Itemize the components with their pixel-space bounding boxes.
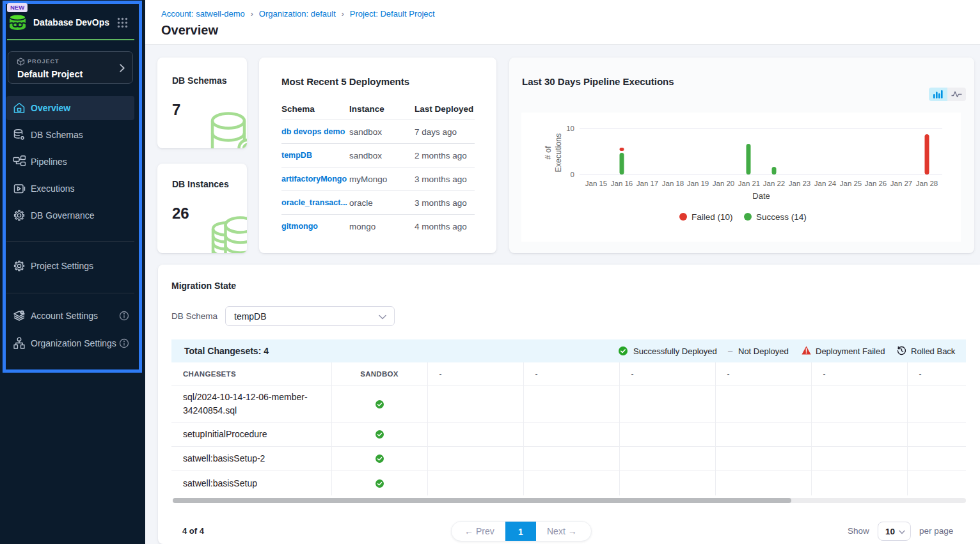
svg-text:Executions: Executions — [554, 133, 563, 172]
svg-text:# of: # of — [544, 146, 553, 159]
